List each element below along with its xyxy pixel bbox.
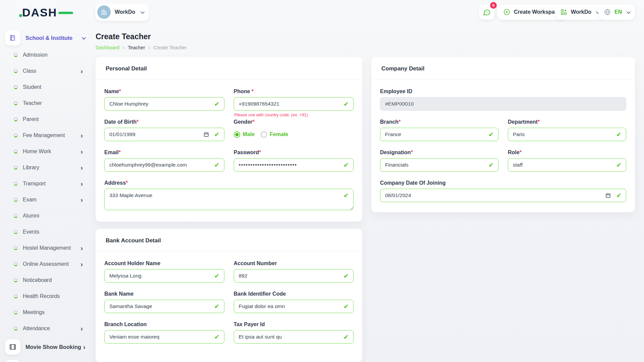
card-title: Personal Detail [106, 65, 147, 72]
sidebar-item-label: Library [23, 165, 39, 171]
sidebar-item-label: Attendance [23, 325, 50, 331]
sidebar-item-online-assessment[interactable]: Online Assessment› [5, 256, 83, 272]
sidebar-item-label: Class [23, 68, 36, 74]
joining-date-input[interactable] [380, 189, 626, 202]
name-label: Name* [104, 88, 224, 95]
valid-check-icon: ✔ [343, 161, 349, 169]
card-title: Bank Account Detail [106, 237, 161, 244]
sidebar-item-admission[interactable]: Admission [5, 47, 83, 63]
bank-name-input[interactable] [104, 300, 224, 313]
sidebar-item-library[interactable]: Library› [5, 160, 83, 176]
valid-check-icon: ✔ [343, 272, 349, 280]
logo-dash-accent [58, 12, 73, 14]
valid-check-icon: ✔ [214, 100, 220, 108]
sidebar-item-parent[interactable]: Parent [5, 111, 83, 127]
breadcrumb-dashboard-link[interactable]: Dashboard [96, 45, 119, 50]
valid-check-icon: ✔ [343, 333, 349, 341]
sidebar-item-fee-management[interactable]: Fee Management› [5, 127, 83, 143]
chevron-down-icon [627, 9, 631, 14]
designation-label: Designation* [380, 149, 498, 156]
name-input[interactable] [104, 97, 224, 111]
branch-input[interactable] [380, 128, 498, 141]
account-number-label: Account Number [234, 260, 354, 266]
valid-check-icon: ✔ [214, 131, 220, 138]
sidebar-item-exam[interactable]: Exam› [5, 192, 83, 208]
tax-payer-id-input[interactable] [234, 330, 354, 344]
identifier-code-label: Bank Identifier Code [234, 291, 354, 297]
chevron-right-icon: › [80, 164, 83, 171]
sidebar-item-label: Parent [23, 116, 39, 122]
sidebar-item-label: Events [23, 229, 39, 235]
email-input[interactable] [104, 158, 224, 172]
account-holder-label: Account Holder Name [104, 260, 224, 266]
language-selector[interactable]: EN [598, 4, 635, 20]
dash-logo[interactable]: DASH [22, 6, 66, 19]
page-title: Create Teacher [96, 32, 635, 41]
sidebar-item-transport[interactable]: Transport› [5, 176, 83, 192]
chevron-right-icon: › [83, 344, 86, 350]
chevron-right-icon: › [80, 325, 83, 332]
sidebar-item-class[interactable]: Class› [5, 63, 83, 79]
sidebar-item-teacher[interactable]: Teacher [5, 95, 83, 111]
sidebar-footer-icon-partial[interactable] [5, 360, 20, 362]
bullet-icon [14, 117, 18, 121]
gender-male-radio[interactable] [234, 131, 240, 138]
bullet-icon [14, 294, 18, 298]
sidebar-section-school-institute[interactable]: School & Institute [5, 30, 90, 46]
designation-input[interactable] [380, 158, 498, 172]
department-label: Department* [508, 119, 626, 125]
address-textarea[interactable]: 333 Maple Avenue [104, 189, 354, 210]
messages-button[interactable]: 0 [479, 4, 494, 20]
breadcrumb-teacher-link[interactable]: Teacher [128, 45, 145, 50]
gender-radio-group: Male Female [234, 128, 354, 141]
gender-female-radio[interactable] [261, 131, 267, 138]
branch-location-input[interactable] [104, 330, 224, 344]
sidebar-item-home-work[interactable]: Home Work› [5, 143, 83, 160]
role-input[interactable] [508, 158, 626, 172]
phone-input[interactable] [234, 97, 354, 111]
identifier-code-input[interactable] [234, 300, 354, 313]
chevron-down-icon [141, 9, 145, 14]
globe-icon [604, 8, 611, 16]
phone-helper-text: Please use with country code. (ex. +91) [234, 113, 308, 117]
calendar-icon[interactable] [204, 132, 209, 137]
chevron-right-icon: › [80, 148, 83, 155]
bullet-icon [14, 166, 18, 170]
create-workspace-label: Create Workspace [514, 9, 560, 15]
sidebar-item-noticeboard[interactable]: Noticeboard [5, 272, 83, 288]
branch-label: Branch* [380, 119, 498, 125]
chevron-right-icon: › [80, 132, 83, 139]
logo-text: DASH [22, 6, 57, 19]
sidebar-item-label: Home Work [23, 148, 51, 155]
bank-name-label: Bank Name [104, 291, 224, 297]
plus-circle-icon [503, 8, 511, 16]
account-holder-input[interactable] [104, 269, 224, 283]
sidebar-item-attendance[interactable]: Attendance› [5, 320, 83, 337]
password-input[interactable] [234, 158, 354, 172]
bullet-icon [14, 85, 18, 89]
employee-id-input [380, 97, 626, 111]
dob-label: Date of Birth* [104, 119, 224, 125]
gender-male-label: Male [243, 131, 255, 137]
top-header: DASH WorkDo 0 Create Workspace Wor [0, 0, 644, 25]
role-label: Role* [508, 149, 626, 156]
sidebar-item-health-records[interactable]: Health Records [5, 288, 83, 304]
app-switcher-button[interactable]: WorkDo [555, 4, 604, 20]
bank-account-detail-card: Bank Account Detail Account Holder Name … [96, 229, 362, 362]
sidebar-item-alumni[interactable]: Alumni [5, 208, 83, 224]
sidebar-item-hostel-management[interactable]: Hostel Management› [5, 240, 83, 256]
sidebar-item-student[interactable]: Student [5, 79, 83, 95]
sidebar-item-label: Online Assessment [23, 261, 69, 267]
valid-check-icon: ✔ [488, 131, 494, 138]
chevron-right-icon: › [80, 68, 83, 74]
department-input[interactable] [508, 128, 626, 141]
workspace-selector[interactable]: WorkDo [95, 3, 149, 21]
valid-check-icon: ✔ [616, 192, 622, 199]
sidebar-item-events[interactable]: Events [5, 224, 83, 240]
grid-plus-icon [560, 8, 568, 16]
sidebar-item-meetings[interactable]: Meetings [5, 304, 83, 320]
sidebar-item-movie-show-booking[interactable]: Movie Show Booking › [5, 339, 93, 355]
calendar-icon[interactable] [605, 193, 611, 198]
account-number-input[interactable] [234, 269, 354, 283]
workspace-avatar [97, 5, 111, 19]
